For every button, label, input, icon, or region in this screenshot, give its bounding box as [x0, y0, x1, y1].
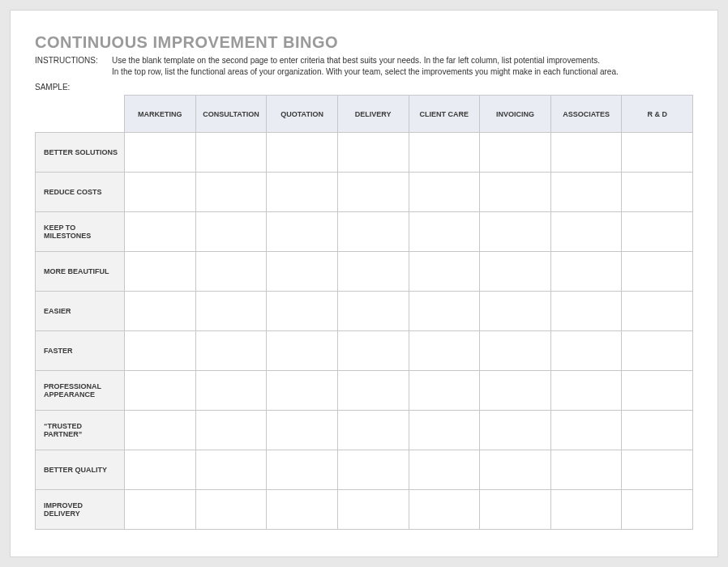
cell [267, 411, 338, 450]
cell [195, 371, 267, 411]
cell [550, 331, 622, 371]
cell [480, 450, 551, 490]
table-row: KEEP TO MILESTONES [36, 212, 693, 252]
col-header: QUOTATION [267, 96, 338, 133]
cell [125, 450, 196, 490]
cell [480, 411, 551, 450]
cell [195, 212, 267, 252]
cell [337, 252, 409, 292]
table-row: EASIER [36, 292, 693, 331]
cell [125, 212, 196, 252]
cell [195, 292, 267, 331]
table-row: REDUCE COSTS [36, 173, 693, 212]
instructions-row: INSTRUCTIONS: Use the blank template on … [35, 55, 693, 78]
cell [409, 292, 480, 331]
cell [480, 292, 551, 331]
instructions-line-2: In the top row, list the functional area… [112, 66, 693, 78]
cell [550, 133, 622, 173]
cell [622, 371, 693, 411]
cell [337, 411, 409, 450]
cell [550, 490, 622, 530]
cell [267, 331, 338, 371]
cell [195, 252, 267, 292]
cell [337, 331, 409, 371]
table-row: IMPROVED DELIVERY [36, 490, 693, 530]
cell [480, 490, 551, 530]
cell [267, 450, 338, 490]
cell [550, 173, 622, 212]
cell [480, 173, 551, 212]
instructions-text: Use the blank template on the second pag… [112, 55, 693, 78]
cell [622, 252, 693, 292]
cell [195, 173, 267, 212]
cell [337, 212, 409, 252]
row-header: IMPROVED DELIVERY [36, 490, 125, 530]
cell [267, 252, 338, 292]
cell [267, 133, 338, 173]
cell [195, 331, 267, 371]
cell [267, 173, 338, 212]
table-corner-cell [36, 96, 125, 133]
cell [125, 173, 196, 212]
cell [409, 173, 480, 212]
cell [125, 133, 196, 173]
cell [480, 252, 551, 292]
cell [125, 331, 196, 371]
cell [125, 371, 196, 411]
col-header: INVOICING [480, 96, 551, 133]
cell [409, 252, 480, 292]
cell [195, 490, 267, 530]
row-header: “TRUSTED PARTNER” [36, 411, 125, 450]
sample-label: SAMPLE: [35, 83, 693, 92]
table-row: PROFESSIONAL APPEARANCE [36, 371, 693, 411]
table-row: “TRUSTED PARTNER” [36, 411, 693, 450]
col-header: ASSOCIATES [550, 96, 622, 133]
cell [409, 411, 480, 450]
cell [125, 490, 196, 530]
cell [195, 133, 267, 173]
col-header: CONSULTATION [195, 96, 267, 133]
cell [267, 212, 338, 252]
cell [125, 292, 196, 331]
row-header: REDUCE COSTS [36, 173, 125, 212]
cell [195, 411, 267, 450]
cell [622, 212, 693, 252]
cell [409, 490, 480, 530]
instructions-label: INSTRUCTIONS: [35, 55, 112, 78]
cell [337, 292, 409, 331]
cell [550, 212, 622, 252]
cell [337, 371, 409, 411]
cell [337, 173, 409, 212]
cell [550, 371, 622, 411]
cell [409, 212, 480, 252]
cell [195, 450, 267, 490]
cell [409, 450, 480, 490]
cell [267, 371, 338, 411]
cell [409, 331, 480, 371]
row-header: EASIER [36, 292, 125, 331]
cell [480, 371, 551, 411]
cell [550, 292, 622, 331]
cell [622, 173, 693, 212]
cell [480, 133, 551, 173]
cell [550, 450, 622, 490]
cell [409, 133, 480, 173]
cell [550, 411, 622, 450]
cell [337, 450, 409, 490]
row-header: KEEP TO MILESTONES [36, 212, 125, 252]
cell [125, 411, 196, 450]
table-row: FASTER [36, 331, 693, 371]
row-header: MORE BEAUTIFUL [36, 252, 125, 292]
table-row: MORE BEAUTIFUL [36, 252, 693, 292]
cell [622, 133, 693, 173]
row-header: BETTER QUALITY [36, 450, 125, 490]
table-body: BETTER SOLUTIONS REDUCE COSTS KEEP TO MI… [36, 133, 693, 530]
cell [622, 331, 693, 371]
table-header-row: MARKETING CONSULTATION QUOTATION DELIVER… [36, 96, 693, 133]
cell [480, 212, 551, 252]
row-header: PROFESSIONAL APPEARANCE [36, 371, 125, 411]
cell [480, 331, 551, 371]
row-header: BETTER SOLUTIONS [36, 133, 125, 173]
cell [409, 371, 480, 411]
cell [622, 411, 693, 450]
